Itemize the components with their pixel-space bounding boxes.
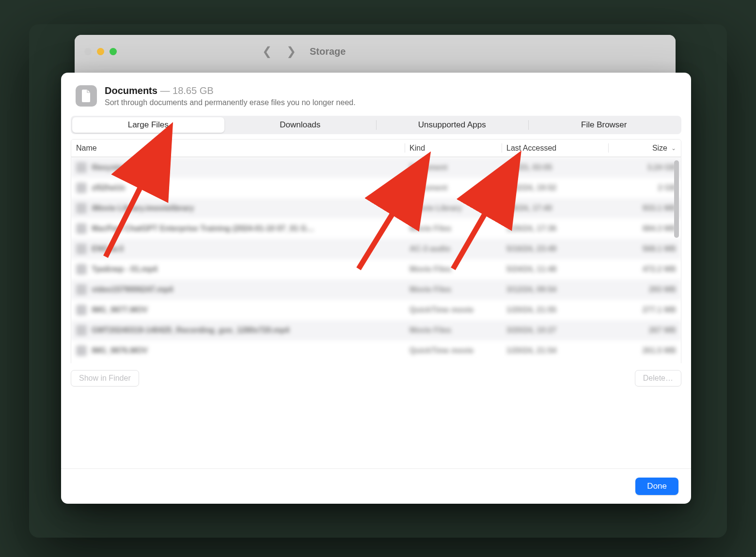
file-name: zl52heUx [92, 184, 125, 192]
column-header-last-accessed[interactable]: Last Accessed [502, 139, 608, 156]
file-accessed: 3/20/24, 10:27 [502, 326, 608, 335]
file-icon [76, 305, 87, 315]
file-icon [76, 284, 87, 295]
file-accessed: 5/16/24, 23:49 [502, 245, 608, 253]
zoom-window-button[interactable] [110, 48, 117, 55]
file-name: IMG_9877.MOV [92, 306, 148, 314]
table-row[interactable]: filesystem.squashfsDocument8/8/23, 03:05… [71, 157, 681, 178]
file-list[interactable]: filesystem.squashfsDocument8/8/23, 03:05… [71, 157, 681, 361]
file-kind: Movie Files [405, 265, 502, 274]
file-size: 933.1 MB [608, 204, 681, 213]
file-kind: Movie Files [405, 285, 502, 294]
file-accessed: 7/22/24, 19:52 [502, 184, 608, 192]
sheet-subtitle: Sort through documents and permanently e… [105, 98, 356, 107]
file-size: 684.3 MB [608, 224, 681, 233]
table-row[interactable]: GMT20240319-140425_Recording_gvo_1280x72… [71, 320, 681, 340]
table-row[interactable]: IMG_9877.MOVQuickTime movie1/20/24, 21:5… [71, 300, 681, 320]
file-size: 277.1 MB [608, 306, 681, 314]
forward-icon[interactable]: ❯ [286, 46, 296, 57]
document-icon [76, 85, 97, 107]
chevron-down-icon: ⌄ [671, 145, 676, 152]
table-row[interactable]: iMovie Library.imovielibraryiMovie Libra… [71, 198, 681, 218]
file-kind: AC-3 audio [405, 245, 502, 253]
sheet-title-separator: — [158, 85, 173, 96]
tab-downloads[interactable]: Downloads [224, 117, 377, 133]
file-name: video1579006247.mp4 [92, 285, 173, 294]
file-icon [76, 162, 87, 173]
file-accessed: 1/20/24, 21:55 [502, 306, 608, 314]
file-name: ENG.ac3 [92, 245, 124, 253]
file-table: Name Kind Last Accessed Size⌄ [71, 139, 681, 157]
file-size: 261.5 MB [608, 346, 681, 355]
sheet-title-text: Documents [105, 85, 158, 96]
file-kind: Document [405, 184, 502, 192]
file-kind: QuickTime movie [405, 306, 502, 314]
table-row[interactable]: ENG.ac3AC-3 audio5/16/24, 23:49568.1 MB [71, 239, 681, 259]
tab-large-files[interactable]: Large Files [72, 117, 224, 133]
show-in-finder-button[interactable]: Show in Finder [71, 370, 139, 387]
segmented-control: Large Files Downloads Unsupported Apps F… [71, 116, 681, 134]
file-kind: Movie Files [405, 326, 502, 335]
file-size: 293 MB [608, 285, 681, 294]
close-window-button[interactable] [84, 48, 92, 55]
file-name: IMG_9876.MOV [92, 346, 148, 355]
table-row[interactable]: Трейлер - 01.mp4Movie Files5/24/24, 11:4… [71, 259, 681, 279]
table-row[interactable]: MacPaw ChatGPT Enterprise Training (2024… [71, 218, 681, 239]
file-size: 2 GB [608, 184, 681, 192]
file-icon [76, 264, 87, 275]
delete-button[interactable]: Delete… [635, 370, 681, 387]
file-accessed: 1/26/24, 17:36 [502, 224, 608, 233]
parent-window-title: Storage [310, 46, 346, 57]
file-name: GMT20240319-140425_Recording_gvo_1280x72… [92, 326, 289, 335]
file-size: 568.1 MB [608, 245, 681, 253]
parent-toolbar: ❮ ❯ Storage [75, 35, 676, 68]
tab-label: Downloads [280, 120, 320, 130]
table-row[interactable]: IMG_9876.MOVQuickTime movie1/20/24, 21:5… [71, 340, 681, 361]
window-controls [84, 48, 117, 55]
documents-sheet: Documents — 18.65 GB Sort through docume… [61, 73, 691, 504]
file-kind: Movie Files [405, 224, 502, 233]
column-header-kind[interactable]: Kind [405, 139, 502, 156]
file-accessed: 5/24/24, 11:48 [502, 265, 608, 274]
done-button[interactable]: Done [635, 478, 678, 495]
file-name: MacPaw ChatGPT Enterprise Training (2024… [92, 224, 315, 233]
file-size: 267 MB [608, 326, 681, 335]
column-header-size[interactable]: Size⌄ [608, 139, 681, 156]
file-kind: Document [405, 163, 502, 172]
sheet-title: Documents — 18.65 GB [105, 85, 356, 96]
file-icon [76, 223, 87, 234]
file-kind: iMovie Library [405, 204, 502, 213]
file-icon [76, 183, 87, 193]
scrollbar-thumb[interactable] [674, 160, 679, 238]
back-icon[interactable]: ❮ [262, 46, 272, 57]
table-row[interactable]: video1579006247.mp4Movie Files3/12/24, 0… [71, 279, 681, 300]
tab-unsupported-apps[interactable]: Unsupported Apps [376, 117, 528, 133]
table-row[interactable]: zl52heUxDocument7/22/24, 19:522 GB [71, 178, 681, 198]
file-size: 472.2 MB [608, 265, 681, 274]
tab-label: Large Files [128, 120, 169, 130]
tab-file-browser[interactable]: File Browser [528, 117, 680, 133]
tab-label: Unsupported Apps [418, 120, 486, 130]
file-icon [76, 345, 87, 356]
file-name: filesystem.squashfs [92, 163, 166, 172]
file-accessed: 8/8/23, 03:05 [502, 163, 608, 172]
file-accessed: 7/6/24, 17:40 [502, 204, 608, 213]
file-icon [76, 244, 87, 254]
file-icon [76, 325, 87, 336]
file-accessed: 3/12/24, 09:54 [502, 285, 608, 294]
file-name: Трейлер - 01.mp4 [92, 265, 158, 274]
file-accessed: 1/20/24, 21:54 [502, 346, 608, 355]
sheet-title-size: 18.65 GB [173, 85, 214, 96]
file-size: 3.24 GB [608, 163, 681, 172]
column-header-name[interactable]: Name [71, 139, 405, 156]
file-icon [76, 203, 87, 214]
file-kind: QuickTime movie [405, 346, 502, 355]
file-name: iMovie Library.imovielibrary [92, 204, 194, 213]
minimize-window-button[interactable] [97, 48, 104, 55]
tab-label: File Browser [581, 120, 627, 130]
